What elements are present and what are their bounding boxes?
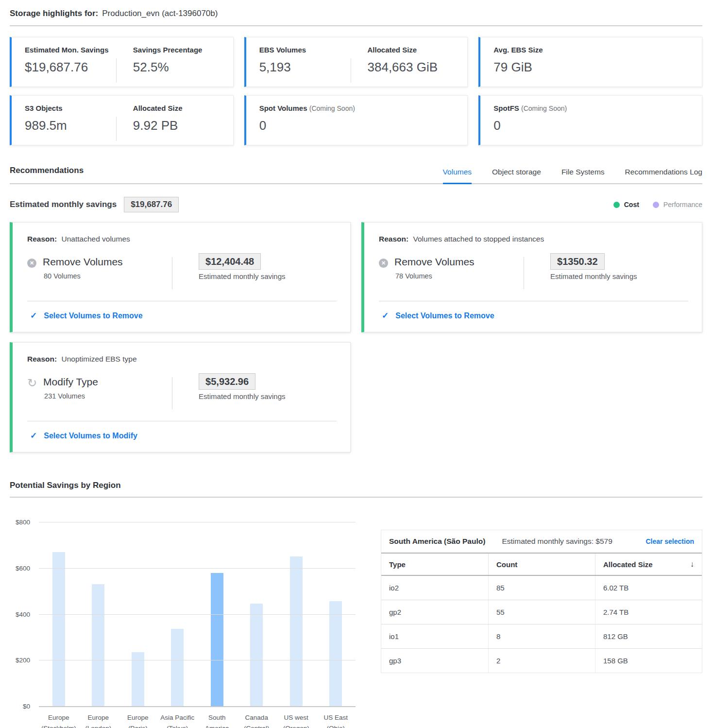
reason-text: Unattached volumes bbox=[61, 235, 130, 243]
table-row: gp2 55 2.74 TB bbox=[381, 600, 702, 624]
select-volumes-to-remove-link[interactable]: ✓ Select Volumes to Remove bbox=[379, 301, 688, 332]
action-title: Remove Volumes bbox=[394, 256, 475, 268]
metric-value: 0 bbox=[259, 118, 459, 133]
cell-count: 55 bbox=[488, 600, 595, 624]
card-avg-ebs-size: Avg. EBS Size 79 GiB bbox=[478, 37, 702, 87]
page-header: Storage highlights for: Production_evn (… bbox=[10, 9, 702, 26]
performance-dot-icon bbox=[653, 202, 659, 208]
card-ebs-volumes: EBS Volumes 5,193 Allocated Size 384,663… bbox=[244, 37, 468, 87]
cell-count: 8 bbox=[488, 624, 595, 648]
summary-label: Estimated monthly savings bbox=[10, 200, 117, 209]
sort-desc-icon[interactable]: ↓ bbox=[690, 560, 694, 569]
cell-allocated-size: 6.02 TB bbox=[595, 576, 702, 600]
reason-label: Reason: bbox=[27, 355, 57, 363]
savings-by-region-chart: $800$600$400$200$0 Europe(Stockholm)Euro… bbox=[10, 515, 356, 728]
tab-volumes[interactable]: Volumes bbox=[443, 168, 472, 184]
cell-allocated-size: 158 GB bbox=[595, 649, 702, 673]
metric-value: $19,687.76 bbox=[25, 60, 116, 75]
x-axis-label: South America(São Paulo) bbox=[197, 712, 237, 728]
metric-value: 989.5m bbox=[25, 118, 116, 133]
select-volumes-to-modify-link[interactable]: ✓ Select Volumes to Modify bbox=[27, 421, 337, 452]
coming-soon-note: (Coming Soon) bbox=[521, 104, 567, 112]
region-bottom-row: $800$600$400$200$0 Europe(Stockholm)Euro… bbox=[10, 515, 702, 728]
metric-avg-ebs-size: Avg. EBS Size 79 GiB bbox=[493, 46, 693, 87]
savings-value-chip: $1350.32 bbox=[550, 253, 604, 270]
metric-label: Estimated Mon. Savings bbox=[25, 46, 116, 54]
metric-allocated-size: Allocated Size 384,663 GiB bbox=[351, 46, 459, 87]
cell-type: gp3 bbox=[381, 649, 488, 673]
region-bar-1[interactable] bbox=[92, 584, 104, 706]
tab-file-systems[interactable]: File Systems bbox=[561, 168, 605, 183]
y-tick-label: $0 bbox=[23, 703, 30, 710]
x-axis-label: Asia Pacific(Tokyo) bbox=[158, 712, 198, 728]
card-spot-volumes: Spot Volumes (Coming Soon) 0 bbox=[244, 95, 468, 145]
column-header-type[interactable]: Type bbox=[381, 554, 488, 575]
coming-soon-note: (Coming Soon) bbox=[309, 104, 355, 112]
savings-value-chip: $5,932.96 bbox=[199, 373, 255, 390]
page-title-account: Production_evn (act-1396070b) bbox=[102, 9, 218, 18]
metric-spotfs: SpotFS (Coming Soon) 0 bbox=[493, 104, 693, 145]
recommendation-cards-grid: Reason: Unattached volumes ✕ Remove Volu… bbox=[10, 222, 702, 452]
y-tick-label: $200 bbox=[16, 657, 30, 664]
remove-circle-icon: ✕ bbox=[27, 259, 36, 268]
gridline bbox=[39, 660, 356, 660]
y-tick-label: $600 bbox=[16, 564, 30, 572]
select-volumes-to-remove-link[interactable]: ✓ Select Volumes to Remove bbox=[27, 301, 337, 332]
legend-cost: Cost bbox=[613, 201, 639, 208]
recommendations-header: Recommendations Volumes Object storage F… bbox=[10, 166, 702, 184]
clear-selection-link[interactable]: Clear selection bbox=[645, 537, 694, 545]
savings-value-chip: $12,404.48 bbox=[199, 253, 261, 270]
region-bar-6[interactable] bbox=[290, 556, 303, 706]
table-row: gp3 2 158 GB bbox=[381, 649, 702, 673]
cell-count: 85 bbox=[488, 576, 595, 600]
region-bar-3[interactable] bbox=[171, 629, 184, 706]
cell-allocated-size: 812 GB bbox=[595, 624, 702, 648]
cell-type: io2 bbox=[381, 576, 488, 600]
savings-caption: Estimated monthly savings bbox=[199, 392, 337, 400]
metric-value: 0 bbox=[493, 118, 693, 133]
region-bar-4[interactable] bbox=[211, 573, 223, 706]
x-axis-label: Canada(Central) bbox=[237, 712, 277, 728]
column-header-count[interactable]: Count bbox=[488, 554, 595, 575]
cell-type: io1 bbox=[381, 624, 488, 648]
rec-card-unoptimized-ebs: Reason: Unoptimized EBS type ↻ Modify Ty… bbox=[10, 342, 351, 452]
metric-value: 9.92 PB bbox=[133, 118, 224, 133]
metric-label: Allocated Size bbox=[368, 46, 459, 54]
card-spotfs: SpotFS (Coming Soon) 0 bbox=[478, 95, 702, 145]
reason-text: Unoptimized EBS type bbox=[61, 355, 136, 363]
metric-spot-volumes: Spot Volumes (Coming Soon) 0 bbox=[259, 104, 459, 145]
legend-performance: Performance bbox=[653, 201, 702, 208]
savings-caption: Estimated monthly savings bbox=[199, 272, 337, 280]
region-bar-5[interactable] bbox=[250, 604, 263, 706]
action-count: 231 Volumes bbox=[44, 392, 98, 400]
cell-allocated-size: 2.74 TB bbox=[595, 600, 702, 624]
region-bar-7[interactable] bbox=[329, 601, 342, 706]
table-row: io1 8 812 GB bbox=[381, 624, 702, 649]
region-x-axis: Europe(Stockholm)Europe(London)Europe(Pa… bbox=[39, 712, 356, 728]
column-header-allocated-size[interactable]: Allocated Size ↓ bbox=[595, 554, 702, 575]
metric-ebs-volumes: EBS Volumes 5,193 bbox=[259, 46, 351, 87]
table-region-savings: Estimated monthly savings: $579 bbox=[502, 537, 612, 546]
tab-object-storage[interactable]: Object storage bbox=[492, 168, 541, 183]
action-count: 80 Volumes bbox=[44, 272, 123, 280]
action-title: Modify Type bbox=[43, 376, 98, 388]
savings-summary-row: Estimated monthly savings $19,687.76 Cos… bbox=[10, 197, 702, 212]
y-tick-label: $400 bbox=[16, 610, 30, 618]
metric-label: Spot Volumes bbox=[259, 104, 307, 112]
metric-value: 384,663 GiB bbox=[368, 60, 459, 75]
metric-savings-percentage: Savings Precentage 52.5% bbox=[117, 46, 224, 87]
action-count: 78 Volumes bbox=[395, 272, 475, 280]
cost-dot-icon bbox=[613, 202, 620, 208]
metric-label: Avg. EBS Size bbox=[493, 46, 693, 54]
tab-recommendations-log[interactable]: Recommendations Log bbox=[625, 168, 702, 183]
region-detail-table: South America (São Paulo) Estimated mont… bbox=[381, 530, 702, 673]
gridline bbox=[39, 568, 356, 569]
card-estimated-savings: Estimated Mon. Savings $19,687.76 Saving… bbox=[10, 37, 234, 87]
region-bar-0[interactable] bbox=[52, 552, 65, 706]
check-icon: ✓ bbox=[382, 311, 389, 321]
metric-value: 79 GiB bbox=[493, 60, 693, 75]
recommendations-title: Recommendations bbox=[10, 166, 84, 183]
check-icon: ✓ bbox=[30, 311, 37, 321]
x-axis-label: Europe(London) bbox=[79, 712, 119, 728]
metric-label: EBS Volumes bbox=[259, 46, 351, 54]
